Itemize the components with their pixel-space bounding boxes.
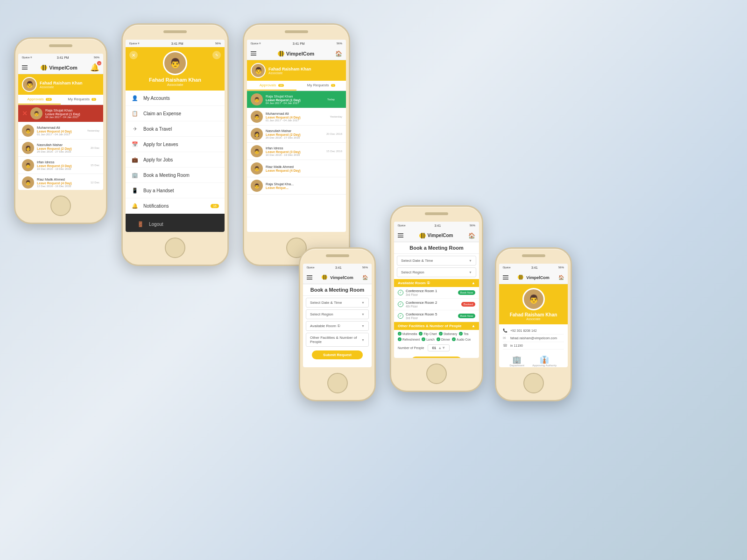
app-header-1: VimpelCom 🔔 16	[18, 61, 103, 74]
menu-item-my-accounts[interactable]: 👤 My Accounts	[126, 91, 225, 106]
facility-flipchart[interactable]: ✓ Flip Chart	[419, 332, 437, 336]
item-type-1-2: Leave Request (2 Day)	[37, 147, 88, 150]
dropdown-datetime-5[interactable]: Select Date & Time ▼	[397, 256, 476, 266]
list-item-3-5[interactable]: 👨 Raja Shujat Kha... Leave Reque...	[247, 177, 346, 195]
avatar-1-4: 👨	[22, 176, 34, 189]
dropdown-facilities-4[interactable]: Other Facilities & Number of People ▼	[306, 333, 369, 347]
dropdown-region-5[interactable]: Select Region ▼	[397, 267, 476, 277]
close-button-2[interactable]: ✕	[129, 51, 138, 59]
facility-audiocon[interactable]: ✓ Audio Con	[452, 337, 471, 341]
notification-icon-1[interactable]: 🔔 16	[90, 63, 99, 72]
user-avatar-1: 👨	[22, 77, 37, 92]
list-item-3-2[interactable]: 👩 Nasrullah Mahar Leave Request (2 Day) …	[247, 126, 346, 143]
item-info-3-2: Nasrullah Mahar Leave Request (2 Day) 25…	[266, 129, 324, 139]
submit-button-4[interactable]: Submit Request	[312, 350, 363, 359]
list-item-1-3[interactable]: 👨 Irfan Idress Leave Request (3 Day) 16 …	[18, 157, 103, 174]
tab-badge-myrequests-3: 1	[331, 84, 335, 87]
dropdown-label-region-5: Select Region	[401, 270, 424, 274]
dropdown-region-4[interactable]: Select Region ▼	[306, 309, 369, 319]
people-input-5[interactable]: 01 ▲▼	[428, 344, 450, 351]
menu-item-notifications[interactable]: 🔔 Notifications 16	[126, 198, 225, 214]
menu-item-buy-handset[interactable]: 📱 Buy a Handset	[126, 183, 225, 198]
svg-rect-7	[324, 274, 325, 279]
home-icon-3[interactable]: 🏠	[335, 50, 342, 57]
menu-item-apply-leaves[interactable]: 📅 Apply for Leaves	[126, 137, 225, 152]
list-item-1-0[interactable]: ✕ 👨 Raja Shujat Khan Leave Request (1 Da…	[18, 105, 103, 122]
facility-check-refreshment: ✓	[398, 337, 402, 341]
status-bar-2: Djuice ক 3:41 PM 56%	[126, 40, 225, 47]
list-item-3-3[interactable]: 👨 Irfan Idress Leave Request (3 Day) 16 …	[247, 143, 346, 160]
home-icon-5[interactable]: 🏠	[468, 232, 475, 239]
book-btn-5-1[interactable]: Booked	[461, 302, 475, 307]
list-item-3-4[interactable]: 👨 Riaz Malik Ahmed Leave Request (4 Day)	[247, 160, 346, 177]
profile-email-value: fahad.raisham@vimpelcom.com	[510, 336, 557, 340]
reject-icon-1-0[interactable]: ✕	[22, 110, 28, 117]
item-name-3-1: Muhammad Ali	[266, 112, 327, 116]
dropdown-rooms-4[interactable]: Available Room ① ▼	[306, 321, 369, 331]
facility-refreshment[interactable]: ✓ Refreshment	[398, 337, 420, 341]
home-icon-6[interactable]: 🏠	[558, 275, 564, 280]
edit-button-2[interactable]: ✎	[212, 51, 221, 59]
timestamp-3-3: 15 Dec 2016	[326, 150, 342, 153]
menu-item-logout[interactable]: 🚪 Logout	[131, 217, 219, 232]
list-item-1-2[interactable]: 👩 Nasrullah Mahar Leave Request (2 Day) …	[18, 140, 103, 157]
hamburger-menu-5[interactable]	[398, 233, 403, 238]
item-type-3-1: Leave Request (4 Day)	[266, 116, 327, 119]
facility-tea[interactable]: ✓ Tea	[459, 332, 468, 336]
menu-item-book-meeting[interactable]: 🏢 Book a Meeting Room	[126, 168, 225, 183]
item-date-1-1: 01 Jan 2017 - 04 Jan 2017	[37, 133, 85, 136]
room-item-5-2[interactable]: ✓ Conference Room 5 3rd Floor Book Now	[394, 310, 479, 322]
logout-icon: 🚪	[137, 220, 144, 228]
chevron-region-5: ▼	[469, 271, 472, 274]
hamburger-menu-6[interactable]	[503, 275, 508, 280]
list-item-3-0[interactable]: 👨 Raja Shujat Khan Leave Request (1 Day)…	[247, 91, 346, 108]
app-header-4: VimpelCom 🏠	[303, 271, 372, 284]
app-name-1: VimpelCom	[49, 65, 77, 70]
time-2: 3:41 PM	[171, 42, 183, 45]
approve-icon-3-0[interactable]: ✓	[338, 96, 342, 103]
time-1: 3:41 PM	[57, 56, 69, 59]
tab-approvals-3[interactable]: Approvals 16	[247, 81, 296, 91]
menu-items-2: 👤 My Accounts 📋 Claim an Expense ✈ Book …	[126, 91, 225, 214]
list-item-1-1[interactable]: 👨 Muhammad Ali Leave Request (4 Day) 01 …	[18, 122, 103, 140]
hamburger-menu-1[interactable]	[22, 65, 28, 70]
book-btn-5-2[interactable]: Book Now	[458, 314, 475, 318]
hamburger-menu-3[interactable]	[251, 51, 256, 56]
list-item-3-1[interactable]: 👨 Muhammad Ali Leave Request (4 Day) 01 …	[247, 108, 346, 126]
room-name-5-2: Conference Room 5	[406, 312, 456, 316]
menu-item-apply-jobs[interactable]: 💼 Apply for Jobs	[126, 152, 225, 168]
menu-item-book-travel[interactable]: ✈ Book a Travel	[126, 121, 225, 137]
app-logo-6: VimpelCom	[517, 274, 549, 281]
tab-approvals-1[interactable]: Approvals 16	[18, 95, 61, 105]
battery-5: 56%	[470, 224, 475, 227]
room-item-5-0[interactable]: ✓ Conference Room 1 3rd Floor Book Now	[394, 287, 479, 299]
timestamp-1-4: 12 Dec	[91, 181, 99, 184]
svg-rect-5	[282, 51, 283, 56]
phone-field-icon: 📞	[503, 329, 508, 333]
menu-item-claim-expense[interactable]: 📋 Claim an Expense	[126, 106, 225, 121]
rooms-section-header-5[interactable]: Available Room ① ▲	[394, 279, 479, 287]
room-name-5-1: Conference Room 2	[406, 301, 459, 305]
book-btn-5-0[interactable]: Book Now	[458, 290, 475, 295]
facility-lunch[interactable]: ✓ Lunch	[422, 337, 435, 341]
facility-label-flipchart: Flip Chart	[423, 332, 437, 336]
time-4: 3:41	[335, 266, 342, 269]
facility-dinner[interactable]: ✓ Dinner	[437, 337, 450, 341]
facility-stationary[interactable]: ✓ Stationary	[439, 332, 457, 336]
facility-multimedia[interactable]: ✓ Multimedia	[398, 332, 417, 336]
room-info-5-1: Conference Room 2 4th Floor	[406, 301, 459, 308]
facilities-section-header-5[interactable]: Other Facilities & Number of People ▲	[394, 322, 479, 330]
svg-rect-11	[423, 233, 425, 238]
home-icon-4[interactable]: 🏠	[362, 275, 368, 280]
list-item-1-4[interactable]: 👨 Riaz Malik Ahmed Leave Request (4 Day)…	[18, 174, 103, 190]
tab-myrequests-1[interactable]: My Requests 3	[61, 95, 103, 105]
dropdown-datetime-4[interactable]: Select Date & Time ▼	[306, 298, 369, 308]
avatar-3-5: 👨	[251, 180, 263, 192]
svg-rect-14	[521, 274, 522, 279]
avatar-3-3: 👨	[251, 145, 263, 157]
submit-button-5[interactable]: Submit Request	[411, 357, 462, 358]
hamburger-menu-4[interactable]	[307, 275, 312, 280]
tab-myrequests-3[interactable]: My Requests 1	[296, 81, 346, 91]
stepper-5[interactable]: ▲▼	[438, 347, 445, 350]
room-item-5-1[interactable]: ✓ Conference Room 2 4th Floor Booked	[394, 299, 479, 310]
